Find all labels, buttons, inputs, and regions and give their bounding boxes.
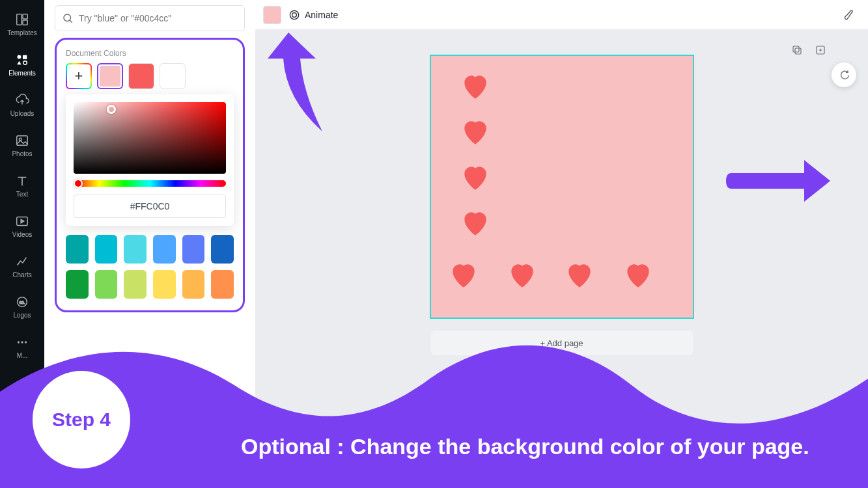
- heart-shape[interactable]: [561, 259, 598, 291]
- palette-swatch[interactable]: [95, 235, 118, 264]
- svg-point-10: [18, 341, 20, 343]
- svg-point-15: [292, 12, 297, 17]
- picker-cursor[interactable]: [107, 105, 116, 114]
- palette-swatch[interactable]: [153, 270, 176, 299]
- doc-swatch-red[interactable]: [128, 63, 154, 89]
- palette-swatch[interactable]: [182, 235, 205, 264]
- sidebar-item-uploads[interactable]: Uploads: [0, 85, 44, 125]
- saturation-lightness-area[interactable]: [74, 102, 226, 174]
- palette-swatch[interactable]: [66, 235, 89, 264]
- svg-rect-2: [23, 20, 27, 24]
- canvas-area: + Add page: [255, 30, 868, 488]
- sidebar-item-videos[interactable]: Videos: [0, 206, 44, 246]
- svg-rect-16: [795, 48, 801, 54]
- color-panel: Document Colors +: [44, 0, 255, 488]
- doc-swatch-white[interactable]: [160, 63, 186, 89]
- annotation-arrow-right: [725, 155, 835, 207]
- sidebar-label: M...: [17, 352, 28, 359]
- heart-shape[interactable]: [457, 116, 494, 148]
- doc-swatch-row: +: [66, 63, 234, 89]
- sidebar-label: Elements: [8, 70, 36, 77]
- svg-rect-4: [23, 55, 27, 59]
- palette-swatch[interactable]: [211, 270, 234, 299]
- page-tools: [789, 42, 829, 59]
- heart-shape[interactable]: [457, 161, 494, 194]
- color-picker: [66, 94, 234, 226]
- reset-button[interactable]: [832, 62, 856, 87]
- sidebar-item-elements[interactable]: Elements: [0, 44, 44, 85]
- hue-slider[interactable]: [74, 180, 226, 187]
- palette-swatch[interactable]: [211, 235, 234, 264]
- search-icon: [62, 12, 74, 24]
- svg-rect-5: [17, 135, 28, 145]
- sidebar-item-templates[interactable]: Templates: [0, 4, 44, 44]
- add-page-button[interactable]: + Add page: [431, 331, 693, 355]
- sidebar-item-more[interactable]: M...: [0, 327, 44, 367]
- animate-button[interactable]: Animate: [288, 8, 338, 21]
- sidebar-label: Charts: [12, 271, 31, 278]
- sidebar-item-logos[interactable]: co. Logos: [0, 286, 44, 327]
- heart-shape[interactable]: [504, 259, 540, 291]
- heart-shape[interactable]: [445, 259, 482, 291]
- redo-icon: [838, 69, 850, 81]
- color-search[interactable]: [55, 5, 245, 31]
- sidebar-label: Text: [16, 191, 28, 198]
- palette-swatch[interactable]: [124, 235, 147, 264]
- sidebar-label: Logos: [13, 312, 31, 319]
- sidebar-label: Photos: [12, 150, 32, 157]
- palette-swatch[interactable]: [124, 270, 147, 299]
- styles-button[interactable]: [839, 5, 860, 25]
- svg-rect-17: [793, 46, 799, 52]
- search-input[interactable]: [79, 13, 238, 23]
- heart-shape[interactable]: [457, 70, 494, 103]
- svg-point-12: [25, 341, 27, 343]
- sidebar-item-photos[interactable]: Photos: [0, 125, 44, 165]
- sidebar-label: Uploads: [10, 110, 35, 117]
- annotation-arrow-top: [264, 27, 335, 138]
- animate-icon: [288, 8, 301, 21]
- bg-color-chip[interactable]: [263, 6, 281, 24]
- context-toolbar: Animate: [255, 0, 868, 30]
- brush-icon: [843, 8, 856, 21]
- palette-swatch[interactable]: [153, 235, 176, 264]
- add-page-icon-button[interactable]: [812, 42, 829, 59]
- heart-shape[interactable]: [620, 259, 656, 291]
- add-color-swatch[interactable]: +: [66, 63, 92, 89]
- svg-point-11: [21, 341, 23, 343]
- svg-point-13: [64, 14, 71, 21]
- document-colors-title: Document Colors: [66, 49, 234, 58]
- svg-text:co.: co.: [20, 299, 25, 304]
- svg-point-14: [290, 10, 298, 19]
- svg-point-3: [17, 55, 21, 59]
- duplicate-page-button[interactable]: [789, 42, 805, 59]
- palette-swatch[interactable]: [66, 270, 89, 299]
- left-sidebar: Templates Elements Uploads Photos Text V…: [0, 0, 44, 488]
- svg-rect-1: [23, 14, 27, 18]
- animate-label: Animate: [305, 10, 338, 20]
- hue-cursor[interactable]: [74, 179, 83, 188]
- hex-input[interactable]: [74, 195, 226, 218]
- document-colors-box: Document Colors +: [55, 38, 245, 312]
- palette-swatch[interactable]: [95, 270, 118, 299]
- sidebar-item-charts[interactable]: Charts: [0, 246, 44, 286]
- default-palette: [66, 235, 234, 299]
- sidebar-label: Templates: [7, 29, 37, 36]
- palette-swatch[interactable]: [182, 270, 205, 299]
- heart-shape[interactable]: [457, 207, 494, 239]
- sidebar-item-text[interactable]: Text: [0, 165, 44, 206]
- design-canvas[interactable]: [431, 56, 693, 318]
- svg-rect-0: [17, 14, 21, 25]
- sidebar-label: Videos: [12, 231, 32, 238]
- doc-swatch-pink[interactable]: [97, 63, 123, 89]
